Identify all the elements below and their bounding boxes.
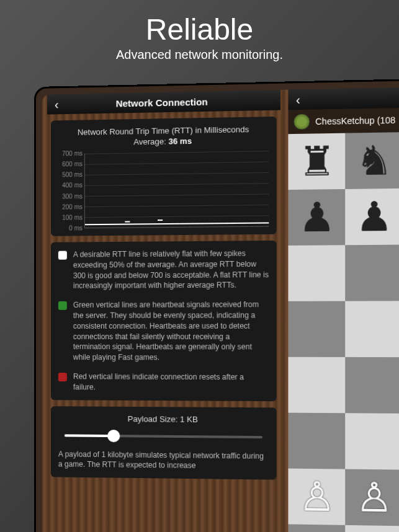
ytick: 400 ms xyxy=(56,182,83,189)
panel-navbar: ‹ Network Connection xyxy=(47,90,280,115)
game-back-button[interactable]: ‹ xyxy=(296,92,300,107)
pawn-icon[interactable]: ♙ xyxy=(355,474,392,521)
rook-icon[interactable]: ♜ xyxy=(298,138,335,185)
chess-board[interactable]: ♜ ♞ ♟ ♟ ♙ ♙ ♖ xyxy=(288,131,399,532)
legend-green: Green vertical lines are heartbeat signa… xyxy=(58,299,269,363)
rtt-line xyxy=(85,222,269,225)
ytick: 300 ms xyxy=(56,193,83,200)
legend-red: Red vertical lines indicate connection r… xyxy=(58,371,269,393)
pawn-icon[interactable]: ♟ xyxy=(298,193,335,241)
ytick: 500 ms xyxy=(56,171,83,179)
slider-fill xyxy=(65,434,114,437)
panel-title: Network Connection xyxy=(53,95,273,110)
knight-icon[interactable]: ♞ xyxy=(355,137,392,185)
rook-icon[interactable]: ♖ xyxy=(298,529,335,532)
swatch-white-icon xyxy=(58,251,67,260)
ytick: 200 ms xyxy=(56,203,83,210)
game-panel: ‹ ChessKetchup (108 ♜ ♞ ♟ ♟ xyxy=(288,86,399,532)
game-navbar: ‹ xyxy=(288,86,399,110)
rtt-avg-value: 36 ms xyxy=(169,136,192,146)
rtt-avg-prefix: Average: xyxy=(133,136,166,146)
swatch-green-icon xyxy=(58,301,67,310)
legend-card: A desirable RTT line is relatively flat … xyxy=(51,241,277,401)
slider-thumb[interactable] xyxy=(107,429,120,441)
legend-white: A desirable RTT line is relatively flat … xyxy=(58,248,269,291)
wood-background: ‹ Network Connection Network Round Trip … xyxy=(42,86,399,532)
player-name: ChessKetchup (108 xyxy=(315,115,395,126)
device-frame: ‹ Network Connection Network Round Trip … xyxy=(34,78,399,532)
avatar xyxy=(294,113,310,130)
legend-green-text: Green vertical lines are heartbeat signa… xyxy=(73,299,269,363)
ytick: 600 ms xyxy=(56,161,83,168)
marketing-hero: Reliable Advanced network monitoring. xyxy=(0,0,399,68)
swatch-red-icon xyxy=(58,373,67,381)
ytick: 100 ms xyxy=(56,214,83,221)
pawn-icon[interactable]: ♟ xyxy=(355,193,392,241)
payload-desc: A payload of 1 kilobyte simulates typica… xyxy=(58,449,269,472)
legend-red-text: Red vertical lines indicate connection r… xyxy=(73,371,269,393)
ytick: 0 ms xyxy=(56,224,83,231)
network-panel: ‹ Network Connection Network Round Trip … xyxy=(47,90,280,486)
payload-title: Payload Size: 1 KB xyxy=(58,414,269,425)
payload-card: Payload Size: 1 KB A payload of 1 kiloby… xyxy=(51,406,277,480)
legend-white-text: A desirable RTT line is relatively flat … xyxy=(73,248,269,291)
hero-subtitle: Advanced network monitoring. xyxy=(0,48,399,62)
hero-title: Reliable xyxy=(0,12,399,47)
rtt-average-label: Average: 36 ms xyxy=(58,135,269,148)
rtt-card: Network Round Trip Time (RTT) in Millise… xyxy=(51,117,277,236)
player-bar: ChessKetchup (108 xyxy=(288,106,399,134)
payload-slider[interactable] xyxy=(65,429,262,443)
rtt-y-axis: 700 ms 600 ms 500 ms 400 ms 300 ms 200 m… xyxy=(56,150,83,232)
ytick: 700 ms xyxy=(56,150,83,157)
pawn-icon[interactable]: ♙ xyxy=(298,473,335,521)
rtt-chart: 700 ms 600 ms 500 ms 400 ms 300 ms 200 m… xyxy=(84,151,269,228)
